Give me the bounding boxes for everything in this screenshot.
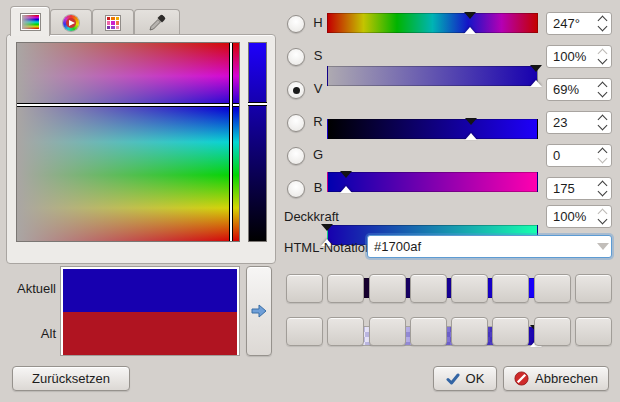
palette-swatch[interactable] [410, 317, 447, 346]
radio-red[interactable] [287, 114, 305, 132]
cancel-button-label: Abbrechen [535, 371, 598, 386]
hue-spinbox[interactable]: 247° [546, 12, 612, 35]
palette-swatch[interactable] [492, 317, 529, 346]
blue-spinbox[interactable]: 175 [546, 177, 612, 200]
hue-value: 247° [547, 16, 593, 31]
html-notation-value: #1700af [368, 239, 595, 254]
palette-swatch[interactable] [451, 274, 488, 303]
saturation-slider[interactable] [327, 66, 538, 86]
spin-down-icon[interactable] [597, 215, 607, 225]
palette-swatch[interactable] [534, 274, 571, 303]
palette-swatch[interactable] [410, 274, 447, 303]
value-label: V [310, 79, 326, 99]
palette-swatch[interactable] [534, 317, 571, 346]
palette-row-1 [286, 274, 612, 301]
red-value: 23 [547, 115, 593, 130]
green-spinbox[interactable]: 0 [546, 144, 612, 167]
radio-value[interactable] [287, 81, 305, 99]
ok-button[interactable]: OK [433, 366, 497, 391]
hue-slider[interactable] [327, 13, 538, 33]
spin-down-icon[interactable] [597, 22, 607, 32]
tab-gradient-picker[interactable] [10, 6, 50, 36]
tab-palette[interactable] [92, 9, 134, 36]
palette-swatch[interactable] [369, 274, 406, 303]
value-spinbox[interactable]: 69% [546, 78, 612, 101]
current-color-label: Aktuell [8, 281, 56, 296]
palette-swatch[interactable] [286, 274, 323, 303]
gradient-square-icon [21, 14, 40, 30]
radio-saturation[interactable] [287, 48, 305, 66]
blue-label: B [310, 178, 326, 198]
saturation-spinbox[interactable]: 100% [546, 45, 612, 68]
spin-down-icon[interactable] [597, 154, 607, 164]
tab-color-wheel[interactable] [50, 9, 92, 36]
ok-button-label: OK [466, 371, 485, 386]
palette-swatch[interactable] [575, 274, 612, 303]
eyedropper-icon [148, 14, 166, 32]
spin-down-icon[interactable] [597, 55, 607, 65]
palette-row-2 [286, 317, 612, 344]
palette-swatch[interactable] [327, 274, 364, 303]
check-icon [446, 372, 460, 386]
cancel-icon [514, 371, 529, 386]
spin-down-icon[interactable] [597, 88, 607, 98]
green-value: 0 [547, 148, 593, 163]
cancel-button[interactable]: Abbrechen [503, 366, 609, 391]
html-notation-label: HTML-Notation [284, 240, 372, 255]
spin-down-icon[interactable] [597, 121, 607, 131]
color-wheel-icon [63, 15, 79, 31]
apply-to-palette-button[interactable] [246, 266, 272, 356]
red-slider-marker [340, 171, 352, 193]
arrow-right-icon [250, 302, 268, 320]
value-bar-marker [248, 102, 267, 106]
red-label: R [310, 112, 326, 132]
saturation-value: 100% [547, 49, 593, 64]
value-slider-marker [465, 118, 477, 140]
tab-eyedropper[interactable] [134, 9, 180, 36]
saturation-label: S [310, 46, 326, 66]
color-preview [60, 266, 240, 356]
opacity-label: Deckkraft [284, 209, 339, 224]
blue-value: 175 [547, 181, 593, 196]
palette-swatch[interactable] [575, 317, 612, 346]
hue-saturation-field[interactable] [16, 42, 240, 242]
old-color-label: Alt [8, 326, 56, 341]
palette-swatch[interactable] [369, 317, 406, 346]
green-label: G [310, 145, 326, 165]
red-slider[interactable] [327, 172, 538, 192]
old-color-swatch [63, 312, 237, 355]
red-spinbox[interactable]: 23 [546, 111, 612, 134]
html-notation-input[interactable]: #1700af [367, 235, 612, 258]
radio-green[interactable] [287, 147, 305, 165]
value-slider[interactable] [327, 119, 538, 139]
palette-swatch[interactable] [492, 274, 529, 303]
value-value: 69% [547, 82, 593, 97]
palette-swatch[interactable] [327, 317, 364, 346]
field-crosshair-horizontal [17, 103, 239, 107]
reset-button[interactable]: Zurücksetzen [12, 366, 130, 391]
hue-label: H [310, 13, 326, 33]
current-color-swatch [63, 269, 237, 312]
opacity-spinbox[interactable]: 100% [546, 205, 612, 228]
html-notation-dropdown[interactable] [595, 243, 611, 250]
field-crosshair-vertical [229, 43, 233, 241]
palette-swatch[interactable] [451, 317, 488, 346]
palette-swatch[interactable] [286, 317, 323, 346]
value-bar[interactable] [248, 42, 267, 242]
reset-button-label: Zurücksetzen [32, 371, 110, 386]
opacity-value: 100% [547, 209, 593, 224]
hue-slider-marker [464, 12, 476, 34]
chevron-down-icon [597, 243, 609, 250]
radio-hue[interactable] [287, 15, 305, 33]
palette-grid-icon [105, 15, 121, 31]
saturation-slider-marker [530, 65, 542, 87]
radio-blue[interactable] [287, 180, 305, 198]
spin-down-icon[interactable] [597, 187, 607, 197]
